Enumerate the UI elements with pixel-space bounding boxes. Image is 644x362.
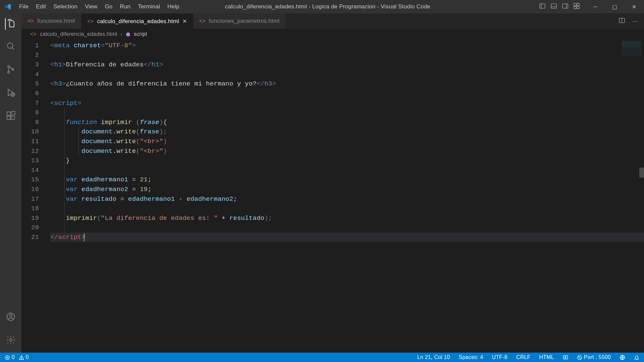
search-icon[interactable] [6, 41, 16, 53]
vscode-logo-icon [0, 3, 15, 10]
minimize-button[interactable]: ─ [586, 4, 605, 10]
window-controls: ─ ▢ ✕ [586, 4, 644, 10]
status-bar: 0 0 Ln 21, Col 10 Spaces: 4 UTF-8 CRLF H… [0, 353, 644, 362]
warning-count: 0 [25, 354, 29, 360]
svg-rect-2 [551, 4, 556, 8]
activity-bar [0, 13, 21, 353]
breadcrumb[interactable]: <> calculo_diferencia_edades.html › ⬢ sc… [21, 29, 644, 40]
status-feedback-icon[interactable] [620, 354, 625, 360]
status-port[interactable]: Port : 5500 [577, 354, 611, 360]
svg-rect-21 [12, 112, 15, 115]
svg-rect-8 [574, 6, 576, 9]
tab-calculo-diferencia[interactable]: <> calculo_diferencia_edades.html ✕ [82, 13, 193, 29]
symbol-icon: ⬢ [126, 31, 130, 38]
editor-area: <> funciones.html <> calculo_diferencia_… [21, 13, 644, 353]
status-live-preview-icon[interactable] [563, 354, 568, 360]
layout-controls [539, 3, 586, 11]
svg-point-13 [8, 71, 10, 73]
html-file-icon: <> [28, 18, 34, 24]
svg-line-11 [12, 48, 14, 50]
menu-help[interactable]: Help [164, 3, 183, 10]
code-editor[interactable]: 123456789101112131415161718192021 <meta … [21, 40, 644, 353]
error-count: 0 [12, 354, 15, 360]
split-editor-icon[interactable] [619, 17, 625, 25]
svg-point-23 [9, 314, 12, 317]
minimap[interactable] [622, 41, 641, 56]
svg-rect-4 [562, 4, 568, 8]
line-gutter: 123456789101112131415161718192021 [21, 40, 50, 353]
status-indent[interactable]: Spaces: 4 [459, 354, 483, 360]
html-file-icon: <> [30, 31, 37, 37]
menu-view[interactable]: View [81, 3, 101, 10]
svg-marker-33 [565, 357, 566, 358]
extensions-icon[interactable] [6, 111, 16, 122]
more-actions-icon[interactable]: ⋯ [632, 18, 638, 25]
scrollbar-thumb[interactable] [639, 168, 644, 178]
svg-rect-19 [7, 116, 10, 119]
toggle-sidebar-icon[interactable] [539, 3, 545, 11]
run-debug-icon[interactable] [6, 87, 16, 99]
breadcrumb-file[interactable]: calculo_diferencia_edades.html [40, 31, 117, 37]
breadcrumb-symbol[interactable]: script [134, 31, 147, 37]
close-tab-icon[interactable]: ✕ [182, 18, 187, 24]
html-file-icon: <> [199, 18, 206, 24]
close-button[interactable]: ✕ [625, 4, 644, 10]
html-file-icon: <> [88, 18, 94, 24]
status-encoding[interactable]: UTF-8 [492, 354, 507, 360]
svg-rect-6 [574, 3, 576, 6]
svg-point-10 [7, 43, 13, 48]
svg-line-35 [578, 356, 581, 359]
explorer-icon[interactable] [5, 18, 16, 30]
status-language[interactable]: HTML [539, 354, 554, 360]
status-bell-icon[interactable] [634, 354, 639, 360]
customize-layout-icon[interactable] [574, 3, 580, 11]
tab-label: funciones.html [37, 18, 75, 24]
menu-terminal[interactable]: Terminal [134, 3, 164, 10]
accounts-icon[interactable] [6, 312, 16, 323]
chevron-right-icon: › [120, 31, 122, 37]
menu-go[interactable]: Go [101, 3, 116, 10]
maximize-button[interactable]: ▢ [605, 4, 625, 10]
menu-selection[interactable]: Selection [50, 3, 81, 10]
status-cursor[interactable]: Ln 21, Col 10 [417, 354, 450, 360]
toggle-panel-icon[interactable] [551, 3, 557, 11]
svg-rect-9 [577, 6, 579, 9]
toggle-secondary-icon[interactable] [562, 3, 568, 11]
editor-tabs: <> funciones.html <> calculo_diferencia_… [21, 13, 644, 29]
source-control-icon[interactable] [6, 64, 16, 76]
svg-rect-7 [577, 3, 579, 6]
status-eol[interactable]: CRLF [516, 354, 531, 360]
svg-rect-18 [7, 112, 10, 115]
svg-point-24 [9, 339, 12, 341]
code-content[interactable]: <meta charset="UTF-8"><h1>Diferencia de … [50, 40, 644, 353]
title-bar: File Edit Selection View Go Run Terminal… [0, 0, 644, 13]
svg-rect-20 [11, 116, 14, 119]
menu-run[interactable]: Run [116, 3, 134, 10]
tab-label: calculo_diferencia_edades.html [97, 18, 179, 25]
menu-file[interactable]: File [15, 3, 32, 10]
menu-bar: File Edit Selection View Go Run Terminal… [15, 3, 183, 10]
status-errors[interactable]: 0 [5, 354, 15, 360]
tab-funciones[interactable]: <> funciones.html [21, 13, 82, 29]
port-label: Port : 5500 [584, 354, 611, 360]
svg-rect-0 [540, 4, 545, 8]
settings-gear-icon[interactable] [6, 335, 16, 347]
menu-edit[interactable]: Edit [32, 3, 50, 10]
tab-funciones-parametros[interactable]: <> funciones_parametros.html [193, 13, 286, 29]
window-title: calculo_diferencia_edades.html - Logica … [183, 3, 539, 10]
status-warnings[interactable]: 0 [19, 354, 29, 360]
tab-label: funciones_parametros.html [209, 18, 279, 24]
svg-point-31 [21, 359, 21, 359]
